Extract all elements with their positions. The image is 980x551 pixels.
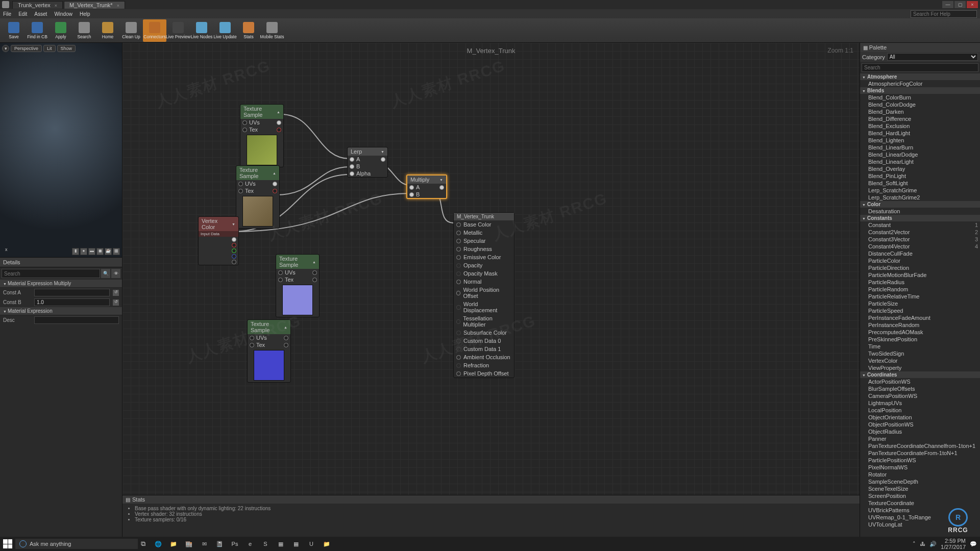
node-vertex-color[interactable]: Vertex Color▼ Input Data — [198, 216, 239, 265]
palette-item[interactable]: Time — [860, 343, 980, 350]
taskbar-app[interactable]: 📓 — [213, 538, 226, 549]
taskbar-app[interactable]: 📁 — [167, 538, 180, 549]
palette-item[interactable]: ParticleColor — [860, 257, 980, 264]
category-expression[interactable]: Material Expression — [0, 307, 122, 315]
tab-m-vertex-trunk[interactable]: M_Vertex_Trunk*× — [64, 1, 125, 9]
collapse-icon[interactable]: ▲ — [312, 260, 316, 264]
palette-item[interactable]: ActorPositionWS — [860, 378, 980, 385]
palette-item[interactable]: SceneTexelSize — [860, 485, 980, 492]
pin-in[interactable] — [250, 343, 254, 347]
collapse-icon[interactable]: ▲ — [277, 110, 280, 114]
help-search-input[interactable] — [911, 10, 977, 18]
output-pin-world-position-offset[interactable]: World Position Offset — [454, 286, 514, 300]
material-graph[interactable]: M_Vertex_Trunk Zoom 1:1 MATERIAL Texture… — [122, 43, 860, 537]
toolbar-stats[interactable]: Stats — [237, 19, 260, 42]
pin-out[interactable] — [273, 182, 277, 186]
palette-category[interactable]: Color — [860, 201, 980, 208]
palette-item[interactable]: Blend_ColorBurn — [860, 94, 980, 101]
pin-out[interactable] — [232, 248, 236, 253]
taskbar-app[interactable]: ✉ — [198, 538, 211, 549]
minimize-button[interactable]: — — [942, 1, 953, 8]
output-pin-specular[interactable]: Specular — [454, 237, 514, 245]
palette-item[interactable]: PerInstanceFadeAmount — [860, 314, 980, 321]
palette-item[interactable]: TwoSidedSign — [860, 350, 980, 357]
pin-in[interactable] — [250, 336, 254, 340]
pin-in[interactable] — [278, 270, 283, 275]
taskbar-app[interactable]: Ps — [228, 538, 241, 549]
shape-sphere-icon[interactable]: ● — [80, 248, 87, 255]
output-pin-normal[interactable]: Normal — [454, 278, 514, 286]
node-texture-sample-3[interactable]: Texture Sample▲ UVs Tex — [276, 254, 320, 317]
details-search-input[interactable] — [2, 269, 100, 278]
palette-category[interactable]: Constants — [860, 215, 980, 221]
tray-volume-icon[interactable]: 🔊 — [929, 541, 937, 547]
palette-item[interactable]: ParticleRelativeTime — [860, 293, 980, 300]
collapse-icon[interactable]: ▼ — [381, 150, 384, 154]
palette-item[interactable]: LocalPosition — [860, 407, 980, 414]
pin-in[interactable] — [350, 157, 354, 162]
toolbar-save[interactable]: Save — [2, 19, 26, 42]
pin-in[interactable] — [238, 182, 243, 186]
pin-out[interactable] — [277, 128, 281, 132]
toolbar-mobile-stats[interactable]: Mobile Stats — [260, 19, 284, 42]
task-view-icon[interactable]: ⧉ — [141, 540, 145, 548]
menu-file[interactable]: File — [3, 11, 11, 17]
pin-in[interactable] — [350, 171, 354, 176]
toolbar-find-in-cb[interactable]: Find in CB — [26, 19, 49, 42]
cortana-search[interactable]: Ask me anything — [15, 539, 138, 549]
palette-item[interactable]: Blend_HardLight — [860, 130, 980, 137]
preview-viewport[interactable]: ▾ Perspective Lit Show x ▮ ● ▬ ◼ ☕ ▦ — [0, 43, 122, 257]
pin-out[interactable] — [284, 336, 288, 340]
close-icon[interactable]: × — [117, 3, 119, 8]
palette-item[interactable]: Blend_SoftLight — [860, 180, 980, 187]
palette-item[interactable]: ParticleRandom — [860, 286, 980, 293]
palette-item[interactable]: Blend_LinearDodge — [860, 151, 980, 158]
shape-mesh-icon[interactable]: ▦ — [113, 248, 120, 255]
output-pin-pixel-depth-offset[interactable]: Pixel Depth Offset — [454, 369, 514, 378]
taskbar-app[interactable]: ▦ — [274, 538, 287, 549]
palette-item[interactable]: ObjectRadius — [860, 428, 980, 435]
collapse-icon[interactable]: ▲ — [273, 171, 276, 175]
pin-out[interactable] — [381, 157, 385, 162]
notifications-icon[interactable]: 💬 — [970, 541, 977, 547]
palette-item[interactable]: Blend_Exclusion — [860, 122, 980, 130]
taskbar-app[interactable]: e — [243, 538, 257, 549]
pin-out[interactable] — [312, 270, 317, 275]
palette-item[interactable]: Blend_LinearBurn — [860, 144, 980, 151]
palette-item[interactable]: ParticleMotionBlurFade — [860, 271, 980, 279]
toolbar-connectors[interactable]: Connectors — [143, 19, 166, 42]
palette-item[interactable]: SampleSceneDepth — [860, 478, 980, 485]
collapse-icon[interactable]: ▼ — [439, 178, 443, 182]
tray-up-icon[interactable]: ˄ — [913, 541, 916, 547]
taskbar-app[interactable]: 📁 — [320, 538, 333, 549]
tray-network-icon[interactable]: 🖧 — [920, 541, 925, 547]
palette-item[interactable]: LightmapUVs — [860, 399, 980, 407]
viewport-menu-icon[interactable]: ▾ — [2, 45, 9, 52]
pin-in[interactable] — [238, 189, 243, 193]
palette-item[interactable]: ViewProperty — [860, 364, 980, 371]
palette-item[interactable]: Constant4Vector4 — [860, 243, 980, 250]
toolbar-search[interactable]: Search — [72, 19, 96, 42]
palette-item[interactable]: ParticleSize — [860, 300, 980, 307]
shape-teapot-icon[interactable]: ☕ — [105, 248, 112, 255]
palette-item[interactable]: PanTextureCoordinateChannelfrom-1ton+1 — [860, 442, 980, 449]
menu-asset[interactable]: Asset — [34, 11, 47, 17]
palette-item[interactable]: TextureCoordinate — [860, 499, 980, 507]
palette-item[interactable]: Constant3Vector3 — [860, 236, 980, 243]
palette-item[interactable]: VertexColor — [860, 357, 980, 364]
palette-item[interactable]: Blend_ColorDodge — [860, 101, 980, 108]
node-texture-sample-4[interactable]: Texture Sample▲ UVs Tex — [247, 319, 291, 383]
palette-item[interactable]: Blend_LinearLight — [860, 158, 980, 165]
reset-icon[interactable]: ↺ — [113, 290, 119, 296]
viewport-lit[interactable]: Lit — [43, 45, 56, 52]
filter-icon[interactable]: 👁 — [111, 269, 120, 278]
palette-item[interactable]: PanTextureCoordinateFrom-1toN+1 — [860, 449, 980, 457]
pin-out[interactable] — [232, 254, 236, 259]
pin-in[interactable] — [409, 192, 414, 197]
palette-item[interactable]: ObjectOrientation — [860, 414, 980, 421]
toolbar-apply[interactable]: Apply — [49, 19, 72, 42]
reset-icon[interactable]: ↺ — [113, 299, 119, 306]
palette-item[interactable]: Blend_Overlay — [860, 165, 980, 172]
palette-item[interactable]: Blend_Difference — [860, 115, 980, 122]
collapse-icon[interactable]: ▲ — [284, 325, 287, 329]
